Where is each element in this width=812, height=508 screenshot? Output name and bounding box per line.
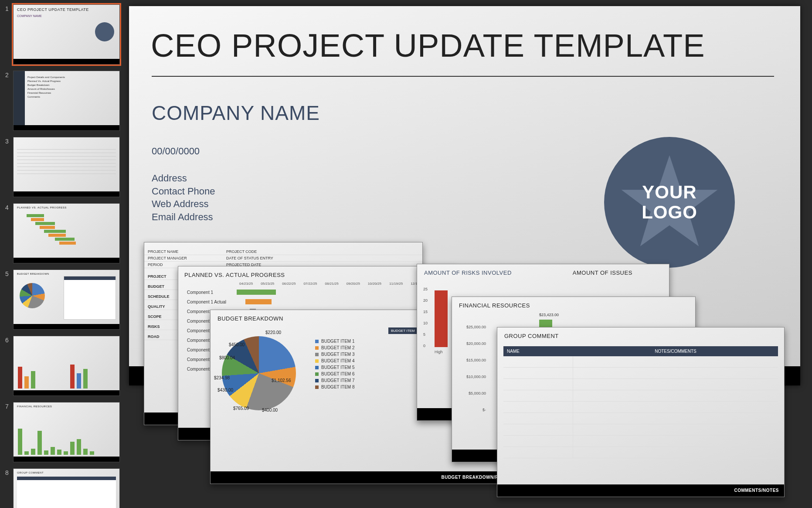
pie-label: $400.00 <box>262 408 278 413</box>
thumbnail-8[interactable]: 8 GROUP COMMENT <box>5 468 121 508</box>
table-row: PROJECT MANAGERDATE OF STATUS ENTRY <box>144 255 422 262</box>
comment-header-row: NAME NOTES/COMMENTS <box>503 346 778 356</box>
gantt-row: Component 1 <box>184 287 450 297</box>
table-row <box>503 390 778 402</box>
financial-title: FINANCIAL RESOURCES <box>452 297 695 314</box>
thumbnail-number: 6 <box>5 336 13 344</box>
thumb-footer <box>14 125 119 130</box>
table-row <box>503 368 778 379</box>
thumbnail-6[interactable]: 6 <box>5 336 121 396</box>
table-row <box>503 379 778 390</box>
thumbnail-number: 4 <box>5 203 13 211</box>
table-row <box>503 413 778 424</box>
thumb-bars <box>18 424 115 455</box>
comment-col-name: NAME <box>507 349 577 354</box>
thumbnail-preview[interactable]: GROUP COMMENT <box>13 468 120 508</box>
email-line: Email Address <box>152 211 215 224</box>
pie-label: $220.00 <box>265 330 281 335</box>
slide-address-block[interactable]: Address Contact Phone Web Address Email … <box>152 172 215 224</box>
thumb-title: FINANCIAL RESOURCES <box>17 405 52 408</box>
thumbnail-7[interactable]: 7 FINANCIAL RESOURCES <box>5 402 121 462</box>
risks-bar <box>435 290 448 347</box>
thumb-title: CEO PROJECT UPDATE TEMPLATE <box>17 7 89 12</box>
thumb-bars-left <box>18 358 61 389</box>
card-comment: GROUP COMMENT NAME NOTES/COMMENTS <box>497 327 785 497</box>
pie-icon <box>222 336 296 410</box>
slide-thumbnail-panel: 1 CEO PROJECT UPDATE TEMPLATE COMPANY NA… <box>0 0 126 508</box>
slide-title[interactable]: CEO PROJECT UPDATE TEMPLATE <box>151 27 705 64</box>
thumb-gantt <box>18 213 115 245</box>
thumb-logo-icon <box>95 22 114 41</box>
risks-title-l: AMOUNT OF RISKS INVOLVED <box>424 269 512 276</box>
thumbnail-number: 2 <box>5 71 13 78</box>
financial-top-label: $23,423.00 <box>539 313 559 317</box>
table-row <box>503 424 778 436</box>
thumb-subtitle: COMPANY NAME <box>17 14 42 17</box>
budget-title: BUDGET BREAKDOWN <box>217 315 283 322</box>
thumb-bars-right <box>70 358 114 389</box>
comment-col-notes: NOTES/COMMENTS <box>577 349 775 354</box>
thumbnail-number: 7 <box>5 402 13 410</box>
thumbnail-preview[interactable] <box>13 137 120 197</box>
thumbnail-5[interactable]: 5 BUDGET BREAKDOWN <box>5 269 121 330</box>
thumb-notes <box>64 276 116 320</box>
financial-yaxis: $25,000.00$20,000.00$15,000.00$10,000.00… <box>458 319 486 418</box>
thumbnail-preview[interactable]: FINANCIAL RESOURCES <box>13 402 120 462</box>
risks-xlabel: High <box>435 350 443 354</box>
thumbnail-number: 8 <box>5 468 13 476</box>
thumbnail-preview[interactable]: CEO PROJECT UPDATE TEMPLATE COMPANY NAME <box>13 4 120 65</box>
card-footer: BUDGET BREAKDOWN/RISKS <box>211 471 515 484</box>
thumb-footer <box>14 457 119 462</box>
phone-line: Contact Phone <box>152 185 215 198</box>
gantt-row: Component 1 Actual <box>184 297 450 307</box>
thumb-footer <box>14 59 119 64</box>
thumbnail-preview[interactable]: BUDGET BREAKDOWN <box>13 269 120 330</box>
table-row <box>503 402 778 413</box>
comment-title: GROUP COMMENT <box>497 327 784 344</box>
table-row <box>503 356 778 368</box>
thumbnail-number: 1 <box>5 4 13 12</box>
pie-label: $450.00 <box>229 342 245 347</box>
thumbnail-preview[interactable] <box>13 336 120 396</box>
pie-legend: BUDGET ITEM 1 BUDGET ITEM 2 BUDGET ITEM … <box>315 337 355 391</box>
slide-editor: CEO PROJECT UPDATE TEMPLATE COMPANY NAME… <box>126 0 812 508</box>
card-footer: COMMENTS/NOTES <box>497 484 784 497</box>
thumbnail-number: 5 <box>5 269 13 277</box>
company-name[interactable]: COMPANY NAME <box>152 101 320 125</box>
table-row <box>503 447 778 458</box>
logo-text: YOURLOGO <box>642 182 697 222</box>
address-line: Address <box>152 172 215 185</box>
pie-label: $800.04 <box>219 355 235 360</box>
app-root: 1 CEO PROJECT UPDATE TEMPLATE COMPANY NA… <box>0 0 812 508</box>
thumb-title: PLANNED VS. ACTUAL PROGRESS <box>17 206 67 209</box>
thumb-table <box>17 146 116 174</box>
risks-header: AMOUNT OF RISKS INVOLVED AMOUNT OF ISSUE… <box>417 264 669 281</box>
thumbnail-preview[interactable]: PLANNED VS. ACTUAL PROGRESS <box>13 203 120 263</box>
thumb-footer <box>14 258 119 263</box>
pie-label: $765.09 <box>233 406 249 411</box>
thumbnail-2[interactable]: 2 Project Details and Components Planned… <box>5 71 121 131</box>
thumbnail-3[interactable]: 3 <box>5 137 121 197</box>
thumb-table-hdr <box>17 477 116 480</box>
thumb-table-body <box>17 480 116 508</box>
slide-date[interactable]: 00/00/0000 <box>152 146 200 157</box>
pie-label: $430.00 <box>217 388 233 392</box>
thumbnail-preview[interactable]: Project Details and Components Planned V… <box>13 71 120 131</box>
thumb-side-accent <box>14 71 25 125</box>
risks-title-r: AMOUNT OF ISSUES <box>573 269 632 276</box>
thumb-pie-icon <box>20 283 45 308</box>
logo-placeholder[interactable]: YOURLOGO <box>604 137 735 268</box>
thumb-footer <box>14 191 119 197</box>
risks-yaxis: 2520151050 <box>423 283 428 351</box>
thumb-title: GROUP COMMENT <box>17 471 44 474</box>
comment-body <box>503 356 778 443</box>
thumbnail-number: 3 <box>5 137 13 145</box>
thumbnail-1[interactable]: 1 CEO PROJECT UPDATE TEMPLATE COMPANY NA… <box>5 4 121 65</box>
pie-label: $234.98 <box>214 375 230 380</box>
table-row <box>503 436 778 447</box>
slide-divider <box>152 76 774 77</box>
web-line: Web Address <box>152 198 215 211</box>
thumb-toc: Project Details and Components Planned V… <box>27 75 65 99</box>
table-row: PROJECT NAMEPROJECT CODE <box>144 249 422 255</box>
thumbnail-4[interactable]: 4 PLANNED VS. ACTUAL PROGRESS <box>5 203 121 263</box>
